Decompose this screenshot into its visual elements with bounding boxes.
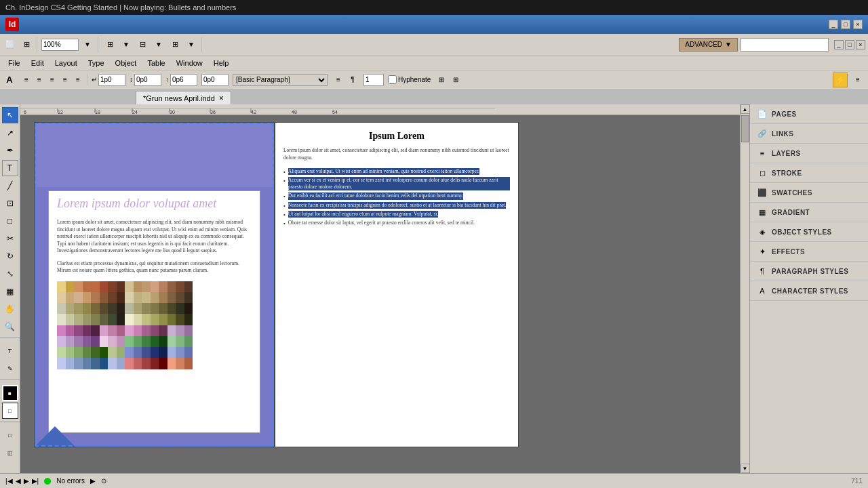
preview-mode-btn[interactable]: ◫ [2,445,18,461]
font-type-btn[interactable]: A [3,73,16,87]
document-canvas[interactable]: Lorem ipsum dolor volupat amet Lorem ips… [20,115,740,473]
advanced-button[interactable]: ADVANCED ▼ [679,38,738,52]
rotate-tool[interactable]: ↻ [2,248,18,264]
color-cell [125,314,134,325]
rectangle-tool[interactable]: □ [2,213,18,229]
minimize-button[interactable]: _ [829,20,838,29]
zoom-input[interactable]: 100% [41,39,79,51]
panel-item-gradient[interactable]: ▦GRADIENT [750,203,868,222]
panel-item-stroke[interactable]: ◻STROKE [750,163,868,183]
align-center-btn[interactable]: ≡ [33,74,45,86]
para-styles-btn[interactable]: ¶ [346,73,359,87]
align-justify-btn[interactable]: ≡ [59,74,71,86]
zoom-tool[interactable]: 🔍 [2,319,18,335]
grid-align-input[interactable]: 0p0 [201,74,229,86]
menu-table[interactable]: Table [142,58,170,68]
panel-toggle-btn[interactable]: ≡ [850,73,865,87]
scroll-thumb[interactable] [741,115,749,142]
document-tab[interactable]: *Grun news April.indd × [136,91,231,104]
fit-btn[interactable]: ⊙ [101,477,106,485]
nav-next-btn[interactable]: ▶ [24,477,29,485]
menu-layout[interactable]: Layout [50,58,83,68]
stroke-color[interactable]: □ [2,403,18,419]
page-num-input[interactable]: 1 [363,74,384,86]
panel-item-pages[interactable]: 📄PAGES [750,104,868,124]
spacing-icon: ↕ [130,76,133,83]
menu-help[interactable]: Help [208,58,235,68]
preview-toggle-btn[interactable]: ▶ [90,477,96,485]
toolbar-close-btn[interactable]: × [856,40,865,49]
text-type-tool[interactable]: T [2,343,18,359]
toolbar-restore-btn[interactable]: □ [845,40,854,49]
nav-first-btn[interactable]: |◀ [5,477,13,485]
menu-file[interactable]: File [3,58,26,68]
align-force-btn[interactable]: ≡ [72,74,84,86]
view-btn1[interactable]: ⊞ [102,37,117,52]
pen-tool[interactable]: ✒ [2,142,18,159]
char-styles-btn[interactable]: ≡ [332,73,345,87]
view-btn1-dd[interactable]: ▼ [119,37,134,52]
hyphenate-checkbox[interactable] [388,75,397,84]
extra-btn1[interactable]: ⊞ [435,73,448,87]
panel-label: PAGES [772,110,797,118]
note-tool[interactable]: ✎ [2,361,18,377]
tab-close-icon[interactable]: × [219,94,224,103]
toolbar-minimize-btn[interactable]: _ [834,40,844,49]
panel-item-swatches[interactable]: ⬛SWATCHES [750,183,868,203]
nav-prev-btn[interactable]: ◀ [16,477,21,485]
menu-type[interactable]: Type [83,58,110,68]
panel-icon: ◈ [757,226,768,237]
menu-edit[interactable]: Edit [26,58,50,68]
paragraph-style-select[interactable]: [Basic Paragraph] [233,74,328,86]
preview-btn[interactable]: ⊞ [19,37,34,52]
bullet-text: Aliquam erat volutpat. Ut wisi enim ad m… [288,168,479,175]
scissors-tool[interactable]: ✂ [2,230,18,247]
space-after-input[interactable]: 0p6 [170,74,197,86]
view-btn2-dd[interactable]: ▼ [151,37,166,52]
left-page-title: Lorem ipsum dolor volupat amet [49,191,260,216]
color-cell [159,292,167,303]
flash-button[interactable]: ⚡ [833,73,848,87]
panel-item-paragraph-styles[interactable]: ¶PARAGRAPH STYLES [750,262,868,281]
line-tool[interactable]: ╱ [2,178,18,194]
color-cell [108,303,117,314]
hand-tool[interactable]: ✋ [2,301,18,317]
view-btn2[interactable]: ⊟ [135,37,150,52]
close-button[interactable]: × [853,20,863,29]
scroll-down-btn[interactable]: ▼ [741,464,750,473]
panel-item-object-styles[interactable]: ◈OBJECT STYLES [750,222,868,242]
color-cell [151,336,159,347]
direct-selection-tool[interactable]: ↗ [2,125,18,141]
color-cell [167,281,176,292]
menu-window[interactable]: Window [171,58,208,68]
color-cell [142,336,151,347]
align-right-btn[interactable]: ≡ [46,74,58,86]
scroll-up-btn[interactable]: ▲ [741,104,750,114]
maximize-button[interactable]: □ [841,20,850,29]
zoom-dropdown-btn[interactable]: ▼ [80,37,95,52]
selection-tool[interactable]: ↖ [2,107,18,123]
normal-mode-btn[interactable]: □ [2,427,18,443]
scale-tool[interactable]: ⤡ [2,266,18,282]
color-cell [184,314,193,325]
align-left-btn[interactable]: ≡ [20,74,33,86]
extra-btn2[interactable]: ⊞ [449,73,462,87]
type-tool[interactable]: T [2,160,18,176]
nav-last-btn[interactable]: ▶| [32,477,39,485]
color-cell [134,314,142,325]
menu-object[interactable]: Object [110,58,142,68]
rectangle-frame-tool[interactable]: ⊡ [2,195,18,211]
view-btn3[interactable]: ⊞ [167,37,182,52]
panel-item-effects[interactable]: ✦EFFECTS [750,242,868,262]
color-cell [176,314,184,325]
view-btn3-dd[interactable]: ▼ [184,37,199,52]
left-indent-input[interactable]: 1p0 [98,74,125,86]
normal-view-btn[interactable]: ⬜ [3,37,18,52]
panel-item-character-styles[interactable]: ACHARACTER STYLES [750,281,868,301]
gradient-tool[interactable]: ▦ [2,283,18,300]
panel-item-links[interactable]: 🔗LINKS [750,124,868,144]
space-before-input[interactable]: 0p0 [134,74,161,86]
search-input[interactable] [744,41,825,48]
fill-color[interactable]: ■ [2,385,18,401]
panel-item-layers[interactable]: ≡LAYERS [750,144,868,163]
